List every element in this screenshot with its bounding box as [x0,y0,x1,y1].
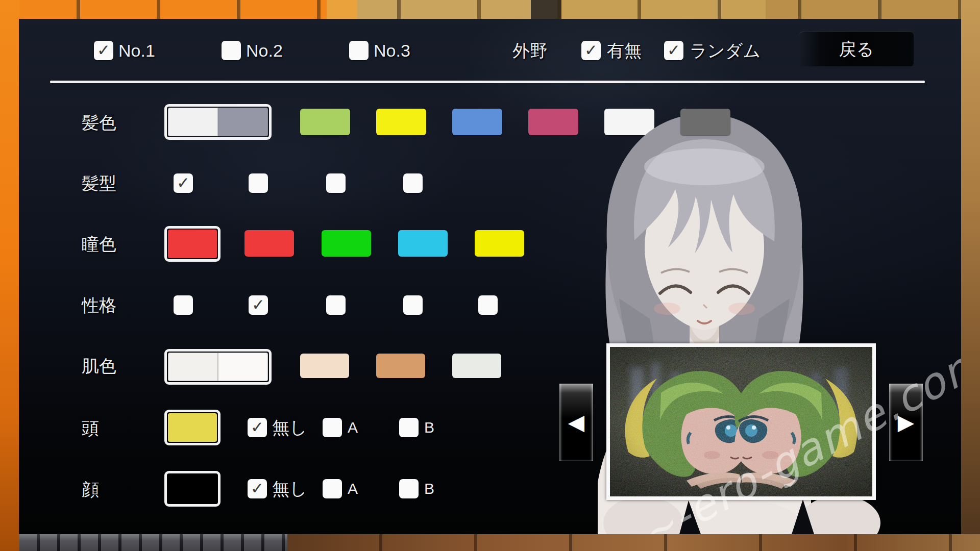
back-button[interactable]: 戻る [799,32,914,66]
hair-style-2-checkbox[interactable] [249,173,268,193]
check-icon: ✓ [97,42,110,58]
hair-color-swatch-blue[interactable] [452,109,502,135]
desktop-background-top [0,0,980,19]
hair-style-1-checkbox[interactable]: ✓ [174,173,193,193]
outfield-presence-label: 有無 [607,41,642,60]
skin-color-swatch-beige[interactable] [300,354,349,378]
check-icon: ✓ [252,297,265,313]
skin-color-selected-right [218,353,268,381]
head-selected-fill [168,413,217,442]
personality-1-checkbox[interactable] [174,295,193,315]
head-selected-swatch[interactable] [164,410,220,445]
eye-color-swatch-yellow[interactable] [475,230,524,257]
head-none-label: 無し [272,418,307,437]
outfield-random-label: ランダム [690,41,761,60]
hair-style-4-checkbox[interactable] [403,173,423,193]
skin-color-label: 肌色 [82,356,116,375]
hair-color-swatch-gray[interactable] [680,109,730,135]
hair-color-selected-right [218,108,268,136]
eye-color-label: 瞳色 [82,234,116,254]
check-icon: ✓ [584,42,598,58]
divider-line [50,81,925,83]
desktop-background-right [961,0,980,551]
face-label: 顔 [82,480,99,499]
face-selected-swatch[interactable] [164,471,220,507]
slot-no1-checkbox[interactable]: ✓ [94,41,113,60]
personality-2-checkbox[interactable]: ✓ [249,295,268,315]
check-icon: ✓ [177,175,190,191]
outfield-label: 外野 [512,41,547,60]
eye-color-swatch-cyan[interactable] [398,230,448,257]
customization-panel: ✓ No.1 No.2 No.3 外野 ✓ 有無 ✓ ランダム 戻る 髪色 髪型… [19,19,961,534]
next-arrow-icon: ▶ [898,412,914,433]
head-b-checkbox[interactable] [399,418,419,437]
head-a-label: A [348,418,358,437]
head-b-label: B [424,418,434,437]
outfield-presence-checkbox[interactable]: ✓ [581,41,601,60]
face-a-label: A [348,479,358,498]
skin-color-selected-left [168,353,218,381]
outfield-random-checkbox[interactable]: ✓ [664,41,683,60]
eye-color-swatch-green[interactable] [322,230,371,257]
eye-color-selected-fill [168,230,217,258]
next-preview-button[interactable]: ▶ [889,384,923,461]
check-icon: ✓ [251,481,264,496]
prev-preview-button[interactable]: ◀ [559,384,593,461]
preview-photo-image [610,347,872,496]
hair-style-label: 髪型 [82,173,116,193]
face-a-checkbox[interactable] [323,479,342,498]
hair-style-3-checkbox[interactable] [326,173,346,193]
hair-color-selected-left [168,108,218,136]
face-b-checkbox[interactable] [399,479,419,498]
face-b-label: B [424,479,434,498]
check-icon: ✓ [667,42,680,58]
skin-color-swatch-tan[interactable] [376,354,425,378]
face-none-label: 無し [272,479,307,498]
slot-no2-label: No.2 [246,41,283,60]
hair-color-swatch-yellow[interactable] [376,109,426,135]
slot-no1-label: No.1 [118,41,155,60]
check-icon: ✓ [251,419,264,435]
desktop-wood-floor [287,534,980,551]
skin-color-swatch-pale[interactable] [452,354,501,378]
hair-color-selected-swatch[interactable] [164,104,272,140]
slot-no3-checkbox[interactable] [349,41,369,60]
prev-arrow-icon: ◀ [568,412,584,433]
desktop-laptop-edge [19,534,287,551]
skin-color-selected-swatch[interactable] [164,349,272,385]
personality-label: 性格 [82,295,116,315]
slot-no3-label: No.3 [374,41,410,60]
head-none-checkbox[interactable]: ✓ [248,418,267,437]
personality-3-checkbox[interactable] [326,295,346,315]
eye-color-selected-swatch[interactable] [164,226,220,262]
hair-color-swatch-green[interactable] [300,109,350,135]
preview-photo-inset [606,343,876,500]
personality-4-checkbox[interactable] [403,295,423,315]
eye-color-swatch-red[interactable] [244,230,294,257]
face-selected-fill [168,474,217,503]
head-a-checkbox[interactable] [323,418,342,437]
head-label: 頭 [82,418,99,438]
slot-no2-checkbox[interactable] [222,41,241,60]
hair-color-label: 髪色 [82,113,116,132]
personality-5-checkbox[interactable] [478,295,498,315]
face-none-checkbox[interactable]: ✓ [248,479,267,498]
desktop-background-left [0,0,19,551]
